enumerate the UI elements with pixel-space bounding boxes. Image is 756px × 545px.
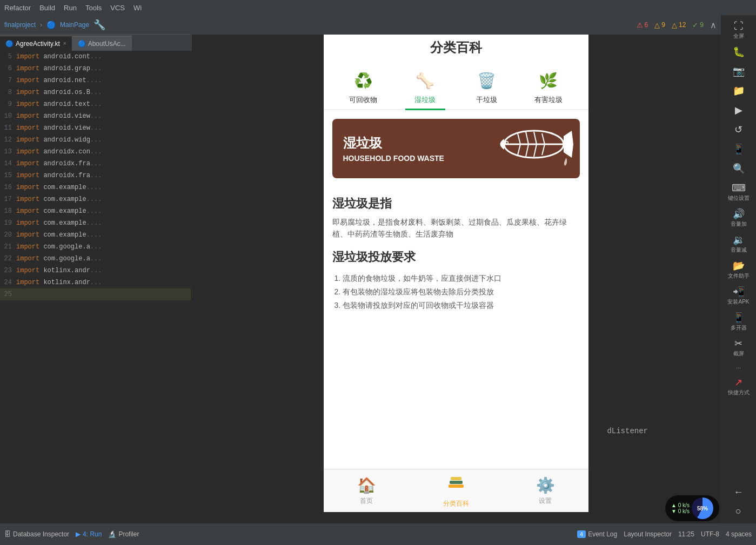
- folder-icon: 📁: [733, 85, 745, 97]
- svg-line-2: [518, 133, 520, 144]
- code-line-5: 5 import android.cont...: [0, 51, 192, 63]
- emulator-sidebar: ⛶ 全屏 🐛 📷 📁 ▶ ↺ 📱 🔍 ⌨ 键位设置 🔊 音量加 🔉 音量减 📂 …: [721, 15, 756, 523]
- cat-tab-recyclable[interactable]: ♻️ 可回收物: [343, 65, 384, 109]
- screenshot-icon: ✂: [734, 338, 742, 349]
- svg-rect-12: [449, 485, 464, 488]
- tab-agree-activity[interactable]: 🔵 AgreeActivity.kt ×: [0, 36, 72, 51]
- section2-title: 湿垃圾投放要求: [324, 240, 588, 270]
- section2-list: 1. 流质的食物垃圾，如牛奶等，应直接倒进下水口 2. 有包装物的湿垃圾应将包装…: [324, 270, 588, 313]
- emu-btn-more[interactable]: ...: [724, 360, 754, 373]
- app-title: 分类百科: [324, 30, 588, 60]
- warning-count2[interactable]: △ 12: [672, 21, 686, 29]
- play-icon: ▶: [735, 104, 742, 116]
- menu-build[interactable]: Build: [39, 4, 55, 12]
- category-tabs: ♻️ 可回收物 🦴 湿垃圾 🗑️ 干垃圾 🌿 有害垃圾: [324, 60, 588, 110]
- emu-btn-file[interactable]: 📂 文件助手: [724, 257, 754, 282]
- status-encoding: UTF-8: [701, 530, 719, 538]
- recyclable-icon: ♻️: [350, 67, 377, 94]
- wet-icon: 🦴: [412, 67, 439, 94]
- section2-item-1: 1. 流质的食物垃圾，如牛奶等，应直接倒进下水口: [334, 272, 580, 285]
- emu-btn-shortcut[interactable]: ↗ 快捷方式: [724, 373, 754, 399]
- network-up: ▲ 0 k/s: [671, 502, 690, 508]
- svg-rect-14: [451, 477, 461, 480]
- emu-btn-play[interactable]: ▶: [724, 101, 754, 120]
- code-line-10: 10 import android.view...: [0, 110, 192, 122]
- menu-wi[interactable]: Wi: [133, 4, 142, 12]
- phone-screen: 📶 ▪ 🔋 6:29 分类百科 ♻️ 可回收物 🦴 湿垃圾: [324, 15, 588, 512]
- banner-text: 湿垃圾 HOUSEHOLD FOOD WASTE: [332, 126, 455, 171]
- encyclopedia-icon: [446, 474, 466, 497]
- code-line-12: 12 import android.widg...: [0, 134, 192, 146]
- section1-title: 湿垃圾是指: [324, 187, 588, 216]
- emu-btn-vol-down[interactable]: 🔉 音量减: [724, 231, 754, 257]
- emu-btn-camera[interactable]: 📷: [724, 62, 754, 82]
- emu-btn-back[interactable]: ←: [724, 483, 754, 502]
- status-spaces: 4 spaces: [726, 530, 752, 538]
- code-line-19: 19 import com.example....: [0, 217, 192, 229]
- profiler-btn[interactable]: 🔬 Profiler: [108, 530, 139, 538]
- warning-count1[interactable]: △ 9: [654, 21, 665, 29]
- fish-illustration: [493, 120, 574, 177]
- code-line-8: 8 import android.os.B...: [0, 86, 192, 98]
- emu-btn-home[interactable]: ○: [724, 502, 754, 521]
- event-log-btn[interactable]: 4 Event Log: [577, 530, 617, 538]
- status-bar: 🗄 Database Inspector ▶ 4: Run 🔬 Profiler…: [0, 523, 756, 545]
- tab-close-agree[interactable]: ×: [63, 41, 66, 46]
- emu-btn-search[interactable]: 🔍: [724, 159, 754, 179]
- svg-line-3: [526, 132, 528, 144]
- shortcut-icon: ↗: [734, 376, 742, 388]
- keyboard-label: 键位设置: [728, 195, 750, 201]
- cat-tab-dry[interactable]: 🗑️ 干垃圾: [466, 65, 506, 109]
- network-widget: ▲ 0 k/s ▼ 0 k/s 58%: [665, 495, 719, 521]
- db-icon: 🗄: [4, 530, 11, 538]
- home-nav-icon: ○: [735, 506, 741, 517]
- menu-run[interactable]: Run: [64, 4, 77, 12]
- menu-vcs[interactable]: VCS: [110, 4, 125, 12]
- network-down: ▼ 0 k/s: [671, 508, 690, 514]
- code-line-21: 21 import com.google.a...: [0, 241, 192, 253]
- menu-tools[interactable]: Tools: [85, 4, 102, 12]
- breadcrumb-page[interactable]: MainPage: [60, 21, 89, 29]
- emu-btn-vol-up[interactable]: 🔊 音量加: [724, 205, 754, 231]
- section1-desc: 即易腐垃圾，是指食材废料、剩饭剩菜、过期食品、瓜皮果核、花卉绿植、中药药渣等生物…: [324, 216, 588, 240]
- event-count-badge: 4: [577, 530, 586, 538]
- breadcrumb-project[interactable]: finalproject: [4, 21, 36, 29]
- nav-encyclopedia[interactable]: 分类百科: [443, 474, 469, 508]
- fullscreen-label: 全屏: [733, 33, 744, 39]
- svg-line-7: [526, 144, 528, 157]
- tabs-bar: 🔵 AgreeActivity.kt × 🔵 AboutUsAc...: [0, 35, 192, 51]
- back-icon: ←: [734, 487, 744, 498]
- emu-btn-bug[interactable]: 🐛: [724, 43, 754, 62]
- breadcrumb-separator: ›: [40, 21, 42, 29]
- code-line-20: 20 import com.example....: [0, 229, 192, 241]
- emu-btn-screenshot[interactable]: ✂ 截屏: [724, 334, 754, 360]
- ok-count[interactable]: ✓ 9: [692, 21, 704, 29]
- svg-line-9: [542, 144, 545, 155]
- status-right: 4 Event Log Layout Inspector 11:25 UTF-8…: [577, 530, 752, 538]
- wet-label: 湿垃圾: [414, 95, 436, 105]
- cat-tab-hazard[interactable]: 🌿 有害垃圾: [528, 65, 569, 109]
- banner-title: 湿垃圾: [343, 134, 444, 152]
- code-line-18: 18 import com.example....: [0, 205, 192, 217]
- emu-btn-rotate[interactable]: ↺: [724, 120, 754, 140]
- emu-btn-apk[interactable]: 📲 安装APK: [724, 282, 754, 308]
- db-inspector-btn[interactable]: 🗄 Database Inspector: [4, 530, 69, 538]
- cat-tab-wet[interactable]: 🦴 湿垃圾: [405, 65, 445, 109]
- emu-btn-folder[interactable]: 📁: [724, 82, 754, 101]
- nav-settings[interactable]: ⚙️ 设置: [536, 476, 555, 506]
- emu-btn-multi[interactable]: 📱 多开器: [724, 308, 754, 334]
- run-btn[interactable]: ▶ 4: Run: [76, 530, 102, 538]
- tab-aboutus[interactable]: 🔵 AboutUsAc...: [72, 36, 132, 51]
- emu-btn-fullscreen[interactable]: ⛶ 全屏: [724, 17, 754, 43]
- nav-home[interactable]: 🏠 首页: [357, 476, 376, 506]
- layout-inspector-btn[interactable]: Layout Inspector: [624, 530, 672, 538]
- emu-btn-keyboard[interactable]: ⌨ 键位设置: [724, 179, 754, 205]
- menu-refactor[interactable]: Refactor: [4, 4, 31, 12]
- code-line-11: 11 import android.view...: [0, 122, 192, 134]
- home-icon: 🏠: [357, 476, 376, 494]
- file-label: 文件助手: [728, 273, 750, 279]
- settings-icon: ⚙️: [536, 476, 555, 494]
- emulator-phone: 📶 ▪ 🔋 6:29 分类百科 ♻️ 可回收物 🦴 湿垃圾: [191, 15, 721, 523]
- emu-btn-share[interactable]: 📱: [724, 140, 754, 159]
- error-count[interactable]: ⚠ 6: [637, 21, 648, 29]
